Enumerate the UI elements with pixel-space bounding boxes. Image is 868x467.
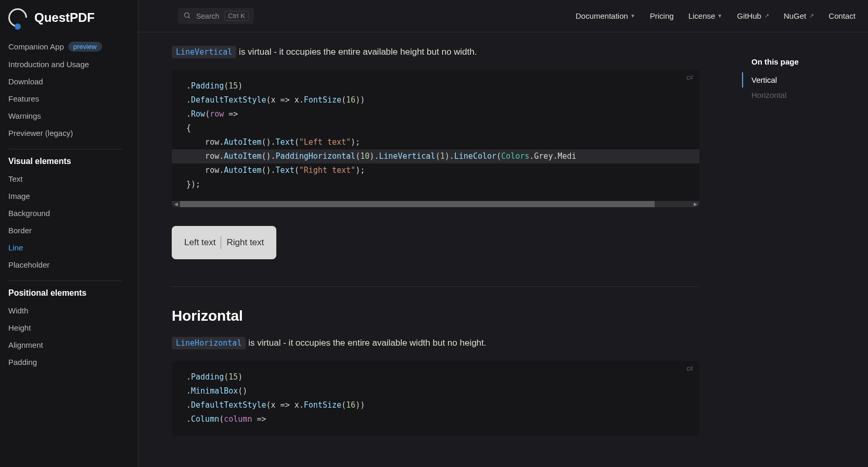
sidebar-item-introduction-and-usage[interactable]: Introduction and Usage [6,56,132,73]
scroll-right-icon[interactable]: ▶ [691,201,699,207]
horizontal-description: LineHorizontal is virtual - it occupies … [172,338,699,348]
main-content: LineVertical is virtual - it occupies th… [138,0,733,467]
nav-link-contact[interactable]: Contact [828,11,856,20]
horizontal-heading: Horizontal [172,308,699,324]
sidebar-item-image[interactable]: Image [6,187,132,205]
nav-links: Documentation▼PricingLicense▼GitHub↗NuGe… [576,11,856,20]
sidebar-item-width[interactable]: Width [6,302,132,319]
section-divider [172,286,699,287]
code-language-label: c# [686,365,693,372]
code-line: row.AutoItem().Text("Left text"); [172,135,699,149]
code-line: .DefaultTextStyle(x => x.FontSize(16)) [172,398,699,412]
scroll-left-icon[interactable]: ◀ [172,201,180,207]
code-block-vertical: c# .Padding(15).DefaultTextStyle(x => x.… [172,70,699,207]
sidebar-group-positional: Positional elements [6,281,132,302]
sidebar-item-warnings[interactable]: Warnings [6,107,132,124]
brand-row[interactable]: QuestPDF [6,0,132,37]
nav-link-documentation[interactable]: Documentation▼ [576,11,635,20]
code-line: row.AutoItem().PaddingHorizontal(10).Lin… [172,149,699,163]
sidebar-item-placeholder[interactable]: Placeholder [6,256,132,273]
svg-line-1 [188,17,190,18]
vertical-description: LineVertical is virtual - it occupies th… [172,47,699,57]
sidebar-item-line[interactable]: Line [6,239,132,256]
sidebar-item-features[interactable]: Features [6,90,132,107]
svg-point-0 [185,12,189,17]
search-placeholder: Search [196,12,219,20]
search-kbd: Ctrl K [224,11,249,21]
code-scrollbar[interactable]: ◀ ▶ [172,201,699,207]
nav-link-license[interactable]: License▼ [688,11,723,20]
code-line: }); [172,178,699,192]
preview-badge: preview [68,42,102,52]
example-vertical-line [221,236,221,249]
inline-code-linevertical: LineVertical [172,46,236,58]
sidebar-item-height[interactable]: Height [6,319,132,336]
sidebar-item-previewer-legacy-[interactable]: Previewer (legacy) [6,124,132,142]
example-right-text: Right text [226,237,264,248]
example-output-vertical: Left text Right text [172,226,276,259]
sidebar-item-companion[interactable]: Companion App preview [6,37,132,56]
brand-name: QuestPDF [34,10,95,25]
sidebar: QuestPDF Companion App preview Introduct… [0,0,138,467]
code-line: .Row(row => [172,107,699,121]
chevron-down-icon: ▼ [630,13,635,19]
code-line: .Column(column => [172,412,699,426]
external-link-icon: ↗ [764,12,769,19]
header: Search Ctrl K Documentation▼PricingLicen… [138,0,868,32]
sidebar-item-alignment[interactable]: Alignment [6,336,132,354]
code-line: .DefaultTextStyle(x => x.FontSize(16)) [172,93,699,107]
nav-link-pricing[interactable]: Pricing [650,11,674,20]
toc-item-horizontal[interactable]: Horizontal [742,87,856,103]
code-line: .Padding(15) [172,370,699,384]
toc-item-vertical[interactable]: Vertical [742,72,856,87]
external-link-icon: ↗ [809,12,814,19]
code-content: .Padding(15).MinimalBox().DefaultTextSty… [172,361,699,436]
code-line: { [172,121,699,135]
toc-title: On this page [742,57,856,66]
scroll-thumb[interactable] [180,201,655,207]
code-line: row.AutoItem().Text("Right text"); [172,163,699,178]
code-language-label: c# [686,74,693,81]
sidebar-item-border[interactable]: Border [6,222,132,239]
code-content: .Padding(15).DefaultTextStyle(x => x.Fon… [172,70,699,201]
example-left-text: Left text [184,237,215,248]
sidebar-group-visual: Visual elements [6,149,132,170]
sidebar-item-padding[interactable]: Padding [6,354,132,371]
nav-link-nuget[interactable]: NuGet↗ [784,11,814,20]
sidebar-item-text[interactable]: Text [6,170,132,187]
sidebar-item-download[interactable]: Download [6,73,132,90]
nav-link-github[interactable]: GitHub↗ [737,11,769,20]
sidebar-item-background[interactable]: Background [6,205,132,222]
sidebar-item-label: Companion App [8,42,64,51]
code-block-horizontal: c# .Padding(15).MinimalBox().DefaultText… [172,361,699,436]
code-line: .Padding(15) [172,79,699,93]
table-of-contents: On this page VerticalHorizontal [733,47,868,113]
logo-icon [5,5,31,31]
search-icon [183,11,191,21]
inline-code-linehorizontal: LineHorizontal [172,337,246,349]
chevron-down-icon: ▼ [717,13,722,19]
search-input[interactable]: Search Ctrl K [178,8,254,24]
code-line: .MinimalBox() [172,384,699,398]
